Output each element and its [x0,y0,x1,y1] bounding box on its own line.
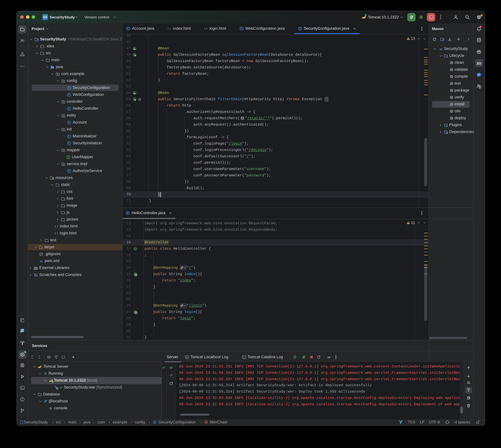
svg-text:m: m [440,47,442,51]
svg-text:?: ? [23,41,24,43]
svg-text:m: m [40,259,43,263]
